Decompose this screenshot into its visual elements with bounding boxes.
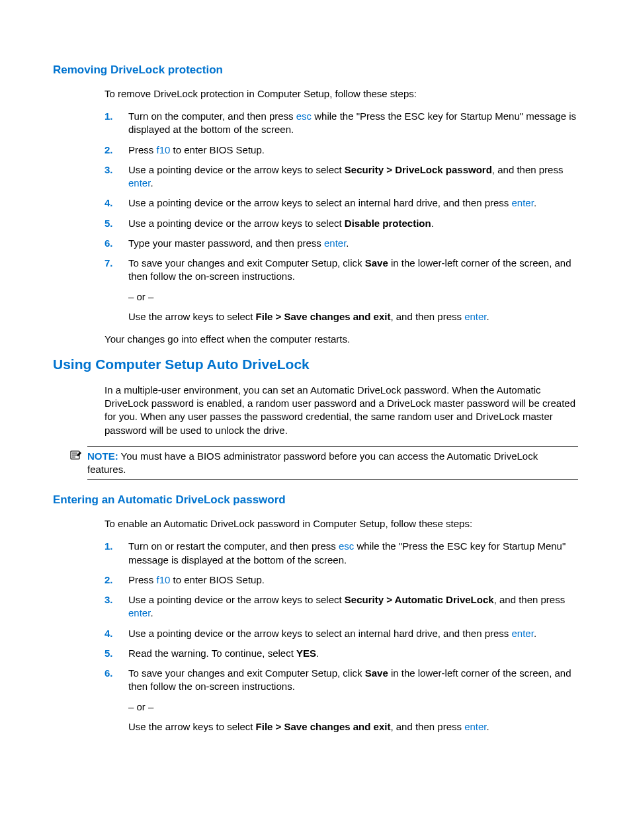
step-text: . xyxy=(534,628,536,639)
key-f10: f10 xyxy=(157,574,171,585)
bold-text: YES xyxy=(296,648,316,659)
key-esc: esc xyxy=(296,110,312,122)
list-item: 4. Use a pointing device or the arrow ke… xyxy=(105,627,578,640)
step-alt: Use the arrow keys to select File > Save… xyxy=(128,310,578,323)
step-text: . xyxy=(431,218,434,229)
step-text: , and then press xyxy=(390,311,464,322)
step-text: Use a pointing device or the arrow keys … xyxy=(128,594,345,605)
step-text: To save your changes and exit Computer S… xyxy=(128,667,365,679)
step-text: , and then press xyxy=(492,164,564,175)
step-number: 6. xyxy=(105,667,113,680)
bold-text: Security > Automatic DriveLock xyxy=(345,594,494,605)
key-enter: enter xyxy=(128,607,150,618)
list-item: 5. Read the warning. To continue, select… xyxy=(105,647,578,660)
list-item: 2. Press f10 to enter BIOS Setup. xyxy=(105,573,578,587)
step-number: 4. xyxy=(105,627,113,640)
step-text: Press xyxy=(128,574,157,585)
step-text: Type your master password, and then pres… xyxy=(128,237,324,249)
key-esc: esc xyxy=(339,540,354,552)
step-number: 3. xyxy=(105,593,113,607)
key-f10: f10 xyxy=(157,144,171,155)
list-item: 4. Use a pointing device or the arrow ke… xyxy=(105,196,578,210)
heading-removing-drivelock: Removing DriveLock protection xyxy=(53,63,578,78)
or-divider: – or – xyxy=(128,290,578,304)
key-enter: enter xyxy=(324,237,346,249)
key-enter: enter xyxy=(512,628,534,639)
note-text: You must have a BIOS administrator passw… xyxy=(87,450,538,475)
heading-auto-drivelock: Using Computer Setup Auto DriveLock xyxy=(53,355,578,374)
step-number: 7. xyxy=(105,257,113,270)
step-text: . xyxy=(487,311,489,322)
heading-entering-auto-drivelock: Entering an Automatic DriveLock password xyxy=(53,493,578,508)
step-text: . xyxy=(150,607,153,618)
bold-text: Security > DriveLock password xyxy=(345,164,492,175)
note-icon xyxy=(70,450,82,464)
note-label: NOTE: xyxy=(87,450,118,462)
step-text: . xyxy=(316,648,319,659)
step-text: Read the warning. To continue, select xyxy=(128,648,296,659)
or-divider: – or – xyxy=(128,700,578,714)
bold-text: Disable protection xyxy=(345,218,431,229)
list-item: 1. Turn on or restart the computer, and … xyxy=(105,540,578,567)
bold-text: Save xyxy=(365,257,388,269)
step-text: Use a pointing device or the arrow keys … xyxy=(128,218,345,229)
key-enter: enter xyxy=(464,311,486,322)
step-text: . xyxy=(487,721,489,732)
list-item: 7. To save your changes and exit Compute… xyxy=(105,257,578,323)
step-number: 5. xyxy=(105,647,113,660)
step-number: 4. xyxy=(105,196,113,210)
step-text: Use the arrow keys to select xyxy=(128,311,256,322)
list-item: 1. Turn on the computer, and then press … xyxy=(105,110,578,137)
step-text: Turn on or restart the computer, and the… xyxy=(128,540,339,552)
step-alt: Use the arrow keys to select File > Save… xyxy=(128,720,578,734)
bold-text: File > Save changes and exit xyxy=(256,311,391,322)
key-enter: enter xyxy=(128,177,150,189)
step-text: , and then press xyxy=(494,594,566,605)
step-number: 5. xyxy=(105,217,113,230)
step-text: Use a pointing device or the arrow keys … xyxy=(128,197,512,208)
key-enter: enter xyxy=(512,197,534,208)
bold-text: File > Save changes and exit xyxy=(256,721,391,732)
step-text: . xyxy=(534,197,536,208)
list-item: 2. Press f10 to enter BIOS Setup. xyxy=(105,144,578,157)
step-text: . xyxy=(150,177,153,189)
steps-list-1: 1. Turn on the computer, and then press … xyxy=(105,110,578,323)
intro-paragraph: In a multiple-user environment, you can … xyxy=(105,384,578,437)
bold-text: Save xyxy=(365,667,388,679)
step-text: to enter BIOS Setup. xyxy=(170,574,265,585)
step-number: 1. xyxy=(105,110,113,123)
step-number: 2. xyxy=(105,573,113,587)
list-item: 5. Use a pointing device or the arrow ke… xyxy=(105,217,578,230)
list-item: 3. Use a pointing device or the arrow ke… xyxy=(105,593,578,620)
step-text: Use a pointing device or the arrow keys … xyxy=(128,164,345,175)
step-number: 2. xyxy=(105,144,113,157)
key-enter: enter xyxy=(464,721,486,732)
step-number: 3. xyxy=(105,163,113,177)
list-item: 6. Type your master password, and then p… xyxy=(105,237,578,250)
outro-paragraph: Your changes go into effect when the com… xyxy=(105,333,578,346)
step-text: , and then press xyxy=(390,721,464,732)
intro-paragraph: To enable an Automatic DriveLock passwor… xyxy=(105,517,578,530)
step-text: Use the arrow keys to select xyxy=(128,721,256,732)
step-text: to enter BIOS Setup. xyxy=(170,144,265,155)
step-number: 6. xyxy=(105,237,113,250)
intro-paragraph: To remove DriveLock protection in Comput… xyxy=(105,87,578,101)
step-text: Press xyxy=(128,144,157,155)
list-item: 3. Use a pointing device or the arrow ke… xyxy=(105,163,578,190)
list-item: 6. To save your changes and exit Compute… xyxy=(105,667,578,734)
step-number: 1. xyxy=(105,540,113,553)
step-text: Use a pointing device or the arrow keys … xyxy=(128,628,512,639)
note-block: NOTE: You must have a BIOS administrator… xyxy=(87,446,578,480)
step-text: To save your changes and exit Computer S… xyxy=(128,257,365,269)
step-text: Turn on the computer, and then press xyxy=(128,110,296,122)
step-text: . xyxy=(346,237,349,249)
steps-list-2: 1. Turn on or restart the computer, and … xyxy=(105,540,578,734)
